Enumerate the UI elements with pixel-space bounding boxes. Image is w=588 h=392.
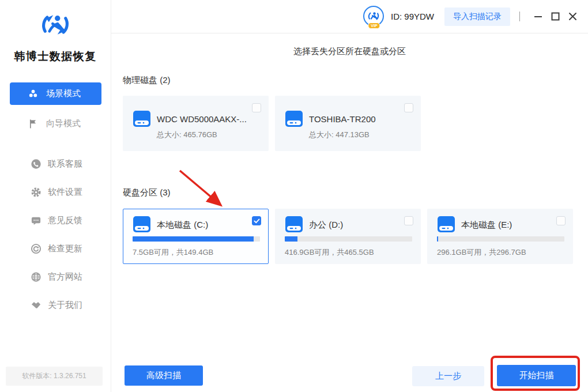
partition-name: 办公 (D:) [309, 220, 343, 231]
handshake-icon [30, 300, 42, 311]
sidebar: 韩博士数据恢复 场景模式 向导模式 [0, 0, 111, 392]
sidebar-item-label: 联系客服 [48, 159, 82, 169]
usage-bar [285, 236, 412, 242]
usage-bar-fill [285, 236, 297, 242]
hard-drive-icon [438, 216, 455, 235]
sidebar-item-label: 向导模式 [46, 118, 81, 129]
usage-bar [437, 236, 564, 242]
gear-icon [30, 187, 42, 198]
title-bar: VIP ID: 99YDW 导入扫描记录 [111, 0, 588, 33]
sidebar-item-scene-mode[interactable]: 场景模式 [10, 82, 101, 105]
partition-size: 7.5GB可用，共149.4GB [133, 247, 213, 258]
sidebar-item-check-update[interactable]: 检查更新 [0, 235, 111, 263]
select-checkbox[interactable] [404, 216, 413, 225]
usage-bar [133, 236, 260, 242]
app-title: 韩博士数据恢复 [0, 49, 111, 64]
select-checkbox[interactable] [556, 216, 566, 225]
partition-card-d[interactable]: 办公 (D:) 416.9GB可用，共465.5GB [275, 209, 421, 264]
import-scan-records-button[interactable]: 导入扫描记录 [444, 7, 510, 26]
disk-size: 总大小: 465.76GB [157, 130, 217, 140]
hard-drive-icon [133, 216, 150, 235]
disk-name: WDC WD5000AAKX-... [157, 114, 247, 124]
partition-card-c[interactable]: 本地磁盘 (C:) 7.5GB可用，共149.4GB [123, 209, 269, 264]
partitions-row: 本地磁盘 (C:) 7.5GB可用，共149.4GB 办公 (D:) [123, 209, 573, 264]
physical-disks-section-label: 物理磁盘 (2) [123, 75, 171, 86]
partition-card-e[interactable]: 本地磁盘 (E:) 296.1GB可用，共296.7GB [427, 209, 573, 264]
feedback-comment-icon [30, 215, 42, 227]
sidebar-item-about-us[interactable]: 关于我们 [0, 291, 111, 319]
select-checkbox[interactable] [252, 216, 261, 225]
partition-size: 296.1GB可用，共296.7GB [437, 247, 526, 258]
select-checkbox[interactable] [404, 103, 413, 112]
app-version: 软件版本: 1.3.26.751 [6, 367, 103, 386]
minimize-button[interactable] [529, 8, 546, 25]
disk-size: 总大小: 447.13GB [309, 130, 370, 140]
hard-drive-icon [285, 216, 303, 235]
disk-card-toshiba[interactable]: TOSHIBA-TR200 总大小: 447.13GB [275, 96, 421, 151]
close-button[interactable] [564, 8, 581, 25]
partition-size: 416.9GB可用，共465.5GB [285, 247, 374, 258]
flag-icon [27, 118, 39, 129]
select-checkbox[interactable] [252, 103, 261, 112]
maximize-button[interactable] [546, 8, 564, 25]
page-title: 选择丢失分区所在硬盘或分区 [111, 46, 588, 57]
sidebar-item-official-website[interactable]: 官方网站 [0, 263, 111, 291]
app-logo-icon [38, 8, 73, 44]
sidebar-item-label: 场景模式 [46, 88, 81, 99]
sidebar-item-label: 检查更新 [48, 243, 82, 254]
prev-step-button[interactable]: 上一步 [412, 366, 484, 386]
sidebar-menu: 联系客服 软件设置 [0, 150, 111, 319]
sidebar-item-guide-mode[interactable]: 向导模式 [10, 114, 101, 133]
vip-badge: VIP [368, 22, 380, 29]
usage-bar-fill [133, 236, 254, 242]
hard-drive-icon [285, 111, 303, 129]
scene-mode-icon [27, 88, 39, 100]
physical-disks-row: WDC WD5000AAKX-... 总大小: 465.76GB TOSHIBA… [123, 96, 421, 151]
hard-drive-icon [133, 111, 150, 129]
user-id-label: ID: 99YDW [391, 12, 434, 21]
check-update-icon [30, 243, 42, 255]
header-divider [519, 12, 520, 21]
partitions-section-label: 硬盘分区 (3) [123, 187, 171, 198]
advanced-scan-button[interactable]: 高级扫描 [125, 365, 203, 386]
partition-name: 本地磁盘 (E:) [461, 220, 512, 231]
disk-name: TOSHIBA-TR200 [309, 114, 376, 124]
user-avatar[interactable]: VIP [363, 6, 385, 28]
partition-name: 本地磁盘 (C:) [157, 220, 208, 231]
sidebar-item-settings[interactable]: 软件设置 [0, 178, 111, 206]
disk-card-wdc[interactable]: WDC WD5000AAKX-... 总大小: 465.76GB [123, 96, 269, 151]
globe-icon [30, 272, 42, 283]
phone-circle-icon [30, 159, 42, 170]
app-window: 韩博士数据恢复 场景模式 向导模式 [0, 0, 588, 392]
sidebar-item-contact-support[interactable]: 联系客服 [0, 150, 111, 178]
usage-bar-fill [437, 236, 438, 242]
sidebar-item-label: 关于我们 [48, 300, 82, 311]
sidebar-item-label: 官方网站 [48, 272, 82, 282]
sidebar-item-feedback[interactable]: 意见反馈 [0, 206, 111, 235]
start-scan-button[interactable]: 开始扫描 [497, 365, 576, 386]
sidebar-item-label: 意见反馈 [48, 215, 82, 226]
sidebar-item-label: 软件设置 [48, 187, 82, 198]
